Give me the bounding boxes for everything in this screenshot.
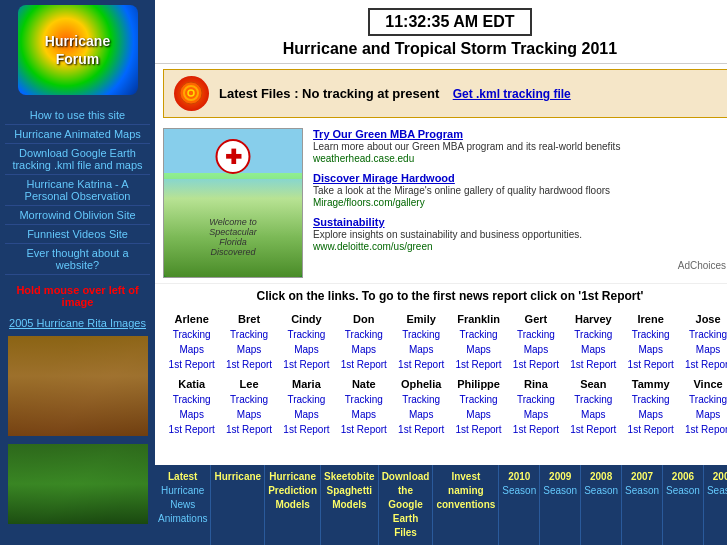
bottom-nav-naming[interactable]: Invest naming conventions: [433, 465, 499, 545]
bottom-nav-google-earth[interactable]: Download the Google Earth Files: [379, 465, 434, 545]
bottom-nav-animations[interactable]: Hurricane: [211, 465, 265, 545]
sidebar-link-katrina[interactable]: Hurricane Katrina - A Personal Observati…: [5, 175, 150, 206]
storm-katia: Katia Tracking Maps 1st Report: [169, 376, 215, 437]
storm-arlene: Arlene Tracking Maps 1st Report: [169, 311, 215, 372]
storms-row-1: Arlene Tracking Maps 1st Report Bret Tra…: [163, 311, 727, 372]
ad-desc-2: Explore insights on sustainability and b…: [313, 228, 727, 241]
jose-1st-report[interactable]: 1st Report: [685, 357, 727, 372]
ophelia-maps[interactable]: Maps: [409, 407, 433, 422]
sean-maps[interactable]: Maps: [581, 407, 605, 422]
cindy-1st-report[interactable]: 1st Report: [283, 357, 329, 372]
ad-url-0[interactable]: weatherhead.case.edu: [313, 153, 727, 164]
harvey-maps[interactable]: Maps: [581, 342, 605, 357]
katia-maps[interactable]: Maps: [179, 407, 203, 422]
katia-1st-report[interactable]: 1st Report: [169, 422, 215, 437]
maria-1st-report[interactable]: 1st Report: [283, 422, 329, 437]
ad-url-1[interactable]: Mirage/floors.com/gallery: [313, 197, 727, 208]
emily-tracking[interactable]: Tracking: [402, 327, 440, 342]
storm-cindy: Cindy Tracking Maps 1st Report: [283, 311, 329, 372]
sidebar-link-animated-maps[interactable]: Hurricane Animated Maps: [5, 125, 150, 144]
irene-tracking[interactable]: Tracking: [632, 327, 670, 342]
bottom-nav-spaghetti[interactable]: Skeetobite Spaghetti Models: [321, 465, 379, 545]
ad-title-0[interactable]: Try Our Green MBA Program: [313, 128, 727, 140]
red-cross-logo: ✚: [216, 139, 251, 174]
bottom-nav-2009[interactable]: 2009 Season: [540, 465, 581, 545]
vince-1st-report[interactable]: 1st Report: [685, 422, 727, 437]
jose-maps[interactable]: Maps: [696, 342, 720, 357]
gert-maps[interactable]: Maps: [524, 342, 548, 357]
sidebar-year-link[interactable]: 2005 Hurricane Rita Images: [4, 314, 151, 332]
nate-maps[interactable]: Maps: [352, 407, 376, 422]
harvey-tracking[interactable]: Tracking: [574, 327, 612, 342]
storm-ophelia: Ophelia Tracking Maps 1st Report: [398, 376, 444, 437]
arlene-1st-report[interactable]: 1st Report: [169, 357, 215, 372]
lee-maps[interactable]: Maps: [237, 407, 261, 422]
arlene-maps[interactable]: Maps: [179, 342, 203, 357]
bottom-nav-2005[interactable]: 2005 Season: [704, 465, 727, 545]
nate-tracking[interactable]: Tracking: [345, 392, 383, 407]
bottom-nav-prediction[interactable]: Hurricane Prediction Models: [265, 465, 321, 545]
florida-map: ✚ Welcome toSpectacularFloridaDiscovered: [163, 128, 303, 278]
arlene-tracking[interactable]: Tracking: [173, 327, 211, 342]
bottom-nav-2007[interactable]: 2007 Season: [622, 465, 663, 545]
nate-1st-report[interactable]: 1st Report: [341, 422, 387, 437]
latest-files-banner: Latest Files : No tracking at present Ge…: [163, 69, 727, 118]
sean-1st-report[interactable]: 1st Report: [570, 422, 616, 437]
ad-title-1[interactable]: Discover Mirage Hardwood: [313, 172, 727, 184]
vince-tracking[interactable]: Tracking: [689, 392, 727, 407]
bret-maps[interactable]: Maps: [237, 342, 261, 357]
bret-tracking[interactable]: Tracking: [230, 327, 268, 342]
rina-tracking[interactable]: Tracking: [517, 392, 555, 407]
bottom-nav-2008[interactable]: 2008 Season: [581, 465, 622, 545]
sidebar-link-google-earth[interactable]: Download Google Earth tracking .kml file…: [5, 144, 150, 175]
rina-1st-report[interactable]: 1st Report: [513, 422, 559, 437]
don-tracking[interactable]: Tracking: [345, 327, 383, 342]
bottom-nav-2010[interactable]: 2010 Season: [499, 465, 540, 545]
philippe-1st-report[interactable]: 1st Report: [455, 422, 501, 437]
ophelia-1st-report[interactable]: 1st Report: [398, 422, 444, 437]
harvey-1st-report[interactable]: 1st Report: [570, 357, 616, 372]
bottom-nav-latest[interactable]: Latest Hurricane News Animations: [155, 465, 211, 545]
tammy-tracking[interactable]: Tracking: [632, 392, 670, 407]
bottom-nav-2006[interactable]: 2006 Season: [663, 465, 704, 545]
ad-item-0: Try Our Green MBA Program Learn more abo…: [313, 128, 727, 164]
jose-tracking[interactable]: Tracking: [689, 327, 727, 342]
lee-tracking[interactable]: Tracking: [230, 392, 268, 407]
lee-1st-report[interactable]: 1st Report: [226, 422, 272, 437]
tammy-1st-report[interactable]: 1st Report: [628, 422, 674, 437]
ad-title-2[interactable]: Sustainability: [313, 216, 727, 228]
katia-tracking[interactable]: Tracking: [173, 392, 211, 407]
rina-maps[interactable]: Maps: [524, 407, 548, 422]
kml-tracking-link[interactable]: Get .kml tracking file: [453, 87, 571, 101]
philippe-maps[interactable]: Maps: [466, 407, 490, 422]
irene-maps[interactable]: Maps: [638, 342, 662, 357]
franklin-maps[interactable]: Maps: [466, 342, 490, 357]
cindy-tracking[interactable]: Tracking: [287, 327, 325, 342]
gert-tracking[interactable]: Tracking: [517, 327, 555, 342]
don-1st-report[interactable]: 1st Report: [341, 357, 387, 372]
franklin-1st-report[interactable]: 1st Report: [455, 357, 501, 372]
sidebar-link-morrowind[interactable]: Morrowind Oblivion Site: [5, 206, 150, 225]
philippe-tracking[interactable]: Tracking: [460, 392, 498, 407]
emily-maps[interactable]: Maps: [409, 342, 433, 357]
storm-maria: Maria Tracking Maps 1st Report: [283, 376, 329, 437]
sidebar-link-videos[interactable]: Funniest Videos Site: [5, 225, 150, 244]
don-maps[interactable]: Maps: [352, 342, 376, 357]
sidebar-link-website[interactable]: Ever thought about a website?: [5, 244, 150, 275]
irene-1st-report[interactable]: 1st Report: [628, 357, 674, 372]
ad-url-2[interactable]: www.deloitte.com/us/green: [313, 241, 727, 252]
maria-maps[interactable]: Maps: [294, 407, 318, 422]
time-display: 11:32:35 AM EDT: [368, 8, 531, 36]
emily-1st-report[interactable]: 1st Report: [398, 357, 444, 372]
gert-1st-report[interactable]: 1st Report: [513, 357, 559, 372]
vince-maps[interactable]: Maps: [696, 407, 720, 422]
bret-1st-report[interactable]: 1st Report: [226, 357, 272, 372]
sean-tracking[interactable]: Tracking: [574, 392, 612, 407]
franklin-tracking[interactable]: Tracking: [460, 327, 498, 342]
sidebar-link-how-to[interactable]: How to use this site: [5, 106, 150, 125]
ophelia-tracking[interactable]: Tracking: [402, 392, 440, 407]
maria-tracking[interactable]: Tracking: [287, 392, 325, 407]
storm-tammy: Tammy Tracking Maps 1st Report: [628, 376, 674, 437]
tammy-maps[interactable]: Maps: [638, 407, 662, 422]
cindy-maps[interactable]: Maps: [294, 342, 318, 357]
